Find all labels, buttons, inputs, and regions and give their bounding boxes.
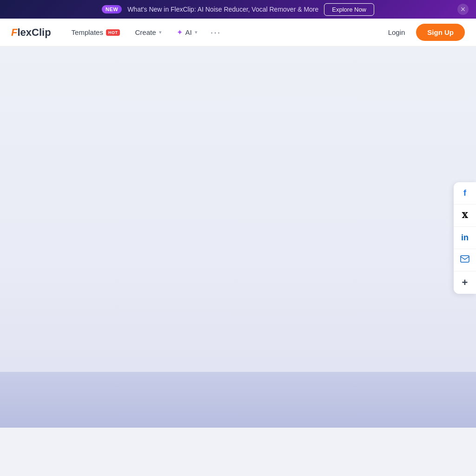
- templates-nav-item[interactable]: Templates HOT: [66, 25, 126, 40]
- ai-label: AI: [185, 28, 192, 36]
- svg-rect-0: [461, 256, 469, 262]
- logo[interactable]: FlexClip: [11, 26, 51, 39]
- create-nav-item[interactable]: Create ▾: [129, 25, 167, 40]
- create-label: Create: [135, 28, 156, 36]
- more-share-button[interactable]: +: [454, 271, 476, 294]
- hot-badge: HOT: [106, 29, 120, 36]
- content-area: [0, 46, 476, 325]
- create-chevron-icon: ▾: [159, 29, 162, 35]
- banner-text: What's New in FlexClip: AI Noise Reducer…: [127, 6, 318, 13]
- templates-label: Templates: [72, 28, 103, 36]
- logo-text: FlexClip: [11, 26, 51, 39]
- facebook-share-button[interactable]: f: [454, 182, 476, 205]
- close-banner-button[interactable]: ×: [457, 4, 469, 15]
- nav-links: Templates HOT Create ▾ ✦ AI ▾ ···: [66, 23, 368, 41]
- linkedin-icon: in: [461, 233, 469, 243]
- facebook-icon: f: [463, 188, 466, 198]
- nav-right: Login Sign Up: [383, 24, 465, 41]
- email-icon: [460, 255, 469, 265]
- ai-chevron-icon: ▾: [195, 29, 198, 35]
- login-button[interactable]: Login: [383, 25, 411, 40]
- signup-button[interactable]: Sign Up: [416, 24, 465, 41]
- new-badge: NEW: [102, 5, 122, 13]
- main-content: [0, 46, 476, 428]
- ai-star-icon: ✦: [177, 28, 183, 37]
- explore-now-button[interactable]: Explore Now: [324, 3, 374, 16]
- email-share-button[interactable]: [454, 249, 476, 271]
- social-sidebar: f 𝕏 in +: [454, 182, 476, 294]
- navbar: FlexClip Templates HOT Create ▾ ✦ AI ▾ ·…: [0, 19, 476, 46]
- ai-nav-item[interactable]: ✦ AI ▾: [171, 24, 203, 40]
- logo-icon: F: [11, 26, 17, 38]
- announcement-banner: NEW What's New in FlexClip: AI Noise Red…: [0, 0, 476, 19]
- linkedin-share-button[interactable]: in: [454, 227, 476, 249]
- twitter-share-button[interactable]: 𝕏: [454, 205, 476, 227]
- twitter-icon: 𝕏: [462, 211, 468, 220]
- more-nav-button[interactable]: ···: [207, 23, 225, 41]
- footer-area: [0, 372, 476, 428]
